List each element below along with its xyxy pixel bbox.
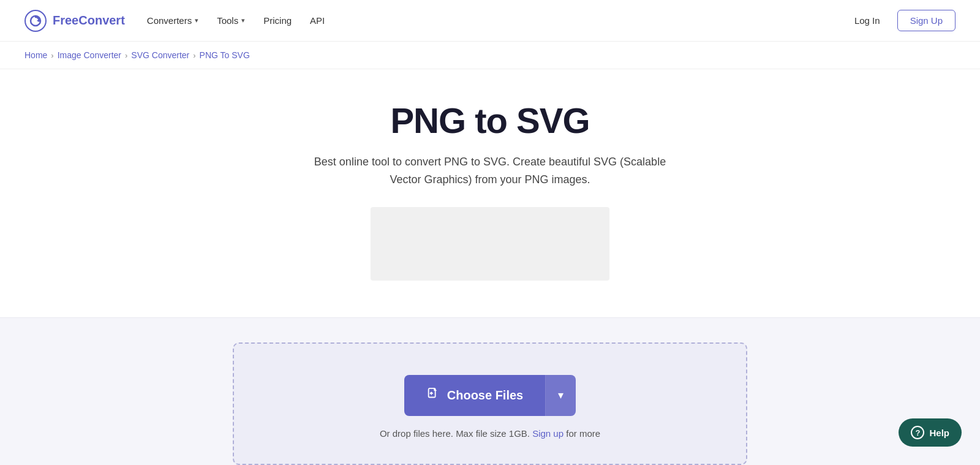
logo[interactable]: FreeConvert (24, 10, 125, 32)
upload-hint-suffix: for more (566, 428, 600, 439)
chevron-down-icon: ▾ (241, 17, 245, 25)
help-label: Help (929, 428, 949, 438)
signup-button[interactable]: Sign Up (897, 10, 956, 31)
hero-subtitle: Best online tool to convert PNG to SVG. … (312, 153, 668, 189)
choose-files-group: Choose Files ▾ (404, 375, 576, 416)
nav-pricing-label: Pricing (263, 15, 292, 26)
breadcrumb-current: PNG To SVG (200, 50, 250, 60)
main-content: PNG to SVG Best online tool to convert P… (0, 69, 980, 465)
chevron-down-icon: ▾ (558, 388, 564, 402)
logo-free: Free (53, 13, 78, 27)
breadcrumb-sep-2: › (125, 51, 127, 60)
nav-converters[interactable]: Converters ▾ (147, 15, 198, 26)
help-circle-icon: ? (911, 426, 924, 439)
logo-text: FreeConvert (53, 13, 125, 28)
choose-files-label: Choose Files (447, 388, 523, 403)
upload-section: Choose Files ▾ Or drop files here. Max f… (0, 317, 980, 465)
chevron-down-icon: ▾ (195, 17, 198, 25)
breadcrumb-sep-1: › (51, 51, 53, 60)
nav-tools-label: Tools (217, 15, 238, 26)
nav-api[interactable]: API (310, 15, 325, 26)
upload-hint: Or drop files here. Max file size 1GB. S… (380, 428, 600, 439)
breadcrumb: Home › Image Converter › SVG Converter ›… (0, 42, 980, 69)
logo-icon (24, 10, 47, 32)
breadcrumb-image-converter[interactable]: Image Converter (58, 50, 121, 60)
help-button[interactable]: ? Help (899, 418, 962, 447)
page-title: PNG to SVG (12, 100, 968, 141)
nav-tools[interactable]: Tools ▾ (217, 15, 245, 26)
nav: Converters ▾ Tools ▾ Pricing API (147, 15, 325, 26)
upload-file-icon (426, 387, 440, 404)
help-icon-label: ? (916, 428, 921, 437)
nav-api-label: API (310, 15, 325, 26)
breadcrumb-svg-converter[interactable]: SVG Converter (131, 50, 189, 60)
svg-marker-1 (37, 19, 39, 22)
choose-files-dropdown-button[interactable]: ▾ (545, 375, 576, 416)
nav-pricing[interactable]: Pricing (263, 15, 292, 26)
upload-hint-text: Or drop files here. Max file size 1GB. (380, 428, 530, 439)
ad-banner (371, 207, 609, 281)
header: FreeConvert Converters ▾ Tools ▾ Pricing… (0, 0, 980, 42)
choose-files-button[interactable]: Choose Files (404, 375, 545, 416)
logo-convert: Convert (78, 13, 125, 27)
hero-section: PNG to SVG Best online tool to convert P… (0, 69, 980, 317)
upload-dropzone[interactable]: Choose Files ▾ Or drop files here. Max f… (233, 342, 747, 465)
header-right: Log In Sign Up (847, 10, 956, 31)
login-button[interactable]: Log In (847, 10, 888, 31)
nav-converters-label: Converters (147, 15, 192, 26)
header-left: FreeConvert Converters ▾ Tools ▾ Pricing… (24, 10, 325, 32)
breadcrumb-sep-3: › (193, 51, 195, 60)
signup-link[interactable]: Sign up (532, 428, 564, 439)
breadcrumb-home[interactable]: Home (24, 50, 47, 60)
